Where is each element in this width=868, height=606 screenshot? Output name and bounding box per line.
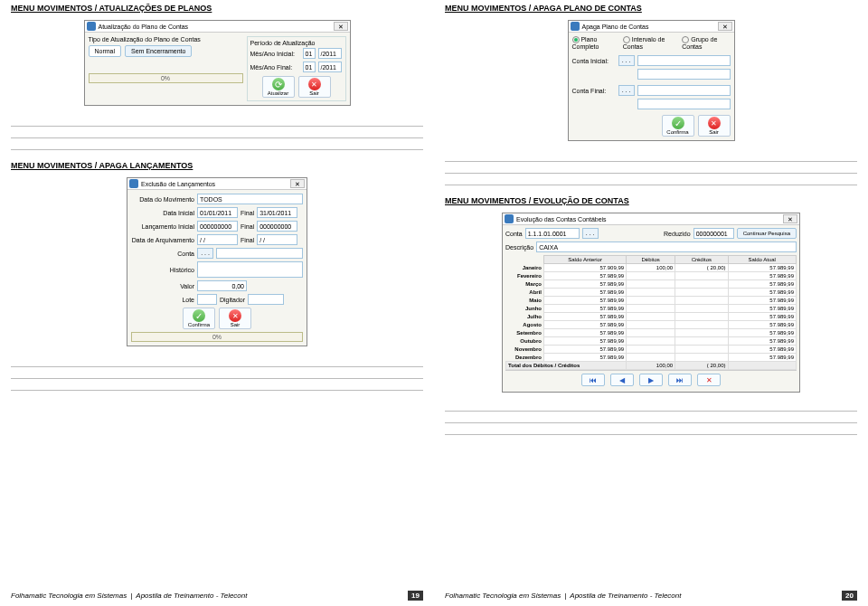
nav-close-button[interactable]: ✕ — [697, 374, 721, 386]
dialog-title: Atualização do Plano de Contas — [99, 24, 189, 30]
descricao-field: CAIXA — [536, 241, 797, 252]
nav-last-button[interactable]: ⏭ — [668, 374, 692, 386]
page-number: 19 — [408, 591, 423, 601]
nav-bar: ⏮ ◀ ▶ ⏭ ✕ — [505, 370, 797, 389]
final-label2: Final — [241, 223, 254, 230]
titlebar: Atualização do Plano de Contas ✕ — [85, 21, 350, 33]
mesfim-y[interactable]: /2011 — [318, 62, 342, 72]
reduzido-field[interactable]: 000000001 — [693, 228, 734, 239]
valor-label: Valor — [131, 283, 194, 289]
historico-label: Histórico — [131, 267, 194, 273]
sair-button[interactable]: ✕Sair — [298, 76, 331, 98]
conta-field[interactable]: 1.1.1.01.0001 — [525, 228, 580, 239]
evolucao-table: Saldo Anterior Débitos Créditos Saldo At… — [505, 255, 797, 370]
conta-field[interactable] — [216, 248, 303, 259]
confirma-button[interactable]: ✓Confirma — [183, 308, 215, 329]
lancini-field[interactable]: 000000000 — [197, 221, 238, 232]
lancini-label: Lançamento Inicial — [131, 223, 194, 230]
containi-desc — [637, 69, 731, 80]
close-icon[interactable]: ✕ — [334, 22, 348, 31]
tipo-label: Tipo de Atualização do Plano de Contas — [89, 36, 243, 43]
dialog-atualizacao-plano: Atualização do Plano de Contas ✕ Tipo de… — [84, 20, 351, 106]
lote-field[interactable] — [197, 294, 217, 305]
mesini-y[interactable]: /2011 — [318, 48, 342, 59]
descricao-label: Descrição — [505, 244, 533, 251]
dataarq-field[interactable]: / / — [197, 234, 238, 245]
radio-intervalo[interactable]: Intervalo de Contas — [623, 36, 676, 50]
datafim-field[interactable]: 31/01/2011 — [257, 207, 297, 218]
table-row: Maio57.989,9957.989,99 — [506, 297, 797, 305]
section-title-apaga-plano: MENU MOVIMENTOS / APAGA PLANO DE CONTAS — [445, 4, 857, 13]
nav-next-button[interactable]: ▶ — [639, 374, 663, 386]
conta-browse[interactable]: . . . — [582, 228, 599, 239]
mesini-label: Mês/Ano Inicial: — [250, 51, 300, 57]
final-label: Final — [241, 210, 254, 216]
tab-sem-encerramento[interactable]: Sem Encerramento — [125, 45, 192, 57]
contafim-browse[interactable]: . . . — [618, 85, 635, 96]
nav-prev-button[interactable]: ◀ — [610, 374, 634, 386]
digitador-field[interactable] — [248, 294, 284, 305]
footer-company: Folhamatic Tecnologia em Sistemas — [445, 592, 561, 600]
table-row: Julho57.989,9957.989,99 — [506, 313, 797, 321]
contafim-desc — [637, 99, 731, 109]
dialog-title: Exclusão de Lançamentos — [141, 181, 215, 187]
lancfim-field[interactable]: 000000000 — [257, 221, 297, 232]
section-title-apaga-lanc: MENU MOVIMENTOS / APAGA LANÇAMENTOS — [11, 161, 423, 170]
section-title-atualizacoes: MENU MOVIMENTOS / ATUALIZAÇÕES DE PLANOS — [11, 4, 423, 13]
close-icon[interactable]: ✕ — [783, 214, 797, 223]
conta-label: Conta — [131, 251, 194, 257]
close-icon[interactable]: ✕ — [290, 179, 305, 188]
containi-field[interactable] — [637, 55, 731, 66]
table-row: Março57.989,9957.989,99 — [506, 280, 797, 289]
progress-bar: 0% — [131, 332, 303, 342]
datamov-label: Data do Movimento — [131, 196, 194, 203]
footer-doc: Apostila de Treinamento - Telecont — [136, 592, 247, 600]
dialog-title: Evolução das Contas Contábeis — [516, 216, 607, 223]
writing-lines — [445, 400, 857, 435]
writing-lines — [11, 115, 423, 150]
app-icon — [87, 22, 96, 31]
conta-browse-button[interactable]: . . . — [197, 248, 213, 259]
col-creditos: Créditos — [675, 256, 728, 264]
dataini-field[interactable]: 01/01/2011 — [197, 207, 238, 218]
lote-label: Lote — [131, 297, 194, 303]
containi-browse[interactable]: . . . — [618, 55, 635, 66]
valor-field[interactable]: 0,00 — [197, 280, 247, 291]
historico-field[interactable] — [197, 261, 303, 278]
reduzido-label: Reduzido — [664, 231, 691, 237]
periodo-title: Período de Atualização — [250, 40, 343, 46]
dialog-apaga-plano: Apaga Plano de Contas ✕ Plano Completo I… — [568, 20, 735, 141]
app-icon — [505, 214, 514, 223]
section-title-evolucao: MENU MOVIMENTOS / EVOLUÇÃO DE CONTAS — [445, 196, 857, 205]
table-row: Outubro57.989,9957.989,99 — [506, 337, 797, 346]
dialog-title: Apaga Plano de Contas — [582, 24, 649, 30]
titlebar: Apaga Plano de Contas ✕ — [569, 21, 734, 33]
table-row: Setembro57.989,9957.989,99 — [506, 329, 797, 337]
nav-first-button[interactable]: ⏮ — [581, 374, 605, 386]
page-footer: Folhamatic Tecnologia em Sistemas | Apos… — [11, 591, 423, 601]
footer-company: Folhamatic Tecnologia em Sistemas — [11, 592, 127, 600]
sair-button[interactable]: ✕Sair — [219, 308, 251, 329]
contafim-label: Conta Final: — [572, 88, 616, 94]
mesfim-label: Mês/Ano Final: — [250, 64, 300, 71]
mesfim-m[interactable]: 01 — [303, 62, 316, 72]
dataarqfim-field[interactable]: / / — [257, 234, 297, 245]
col-debitos: Débitos — [627, 256, 675, 264]
dataini-label: Data Inicial — [131, 210, 194, 216]
contafim-field[interactable] — [637, 85, 731, 96]
radio-plano-completo[interactable]: Plano Completo — [572, 36, 618, 50]
tab-normal[interactable]: Normal — [89, 45, 122, 57]
continuar-pesquisa-button[interactable]: Continuar Pesquisa — [737, 228, 797, 239]
close-icon[interactable]: ✕ — [718, 22, 732, 31]
radio-grupo[interactable]: Grupo de Contas — [682, 36, 730, 50]
col-saldo-atual: Saldo Atual — [728, 256, 796, 264]
datamov-field[interactable]: TODOS — [197, 194, 303, 204]
dialog-exclusao-lanc: Exclusão de Lançamentos ✕ Data do Movime… — [127, 177, 307, 346]
confirma-button[interactable]: ✓Confirma — [662, 115, 694, 137]
writing-lines — [11, 355, 423, 391]
mesini-m[interactable]: 01 — [303, 48, 316, 59]
sair-button[interactable]: ✕Sair — [698, 115, 731, 137]
page-footer: Folhamatic Tecnologia em Sistemas | Apos… — [445, 591, 857, 601]
conta-label: Conta — [505, 231, 523, 237]
atualizar-button[interactable]: ⟳Atualizar — [262, 76, 295, 98]
